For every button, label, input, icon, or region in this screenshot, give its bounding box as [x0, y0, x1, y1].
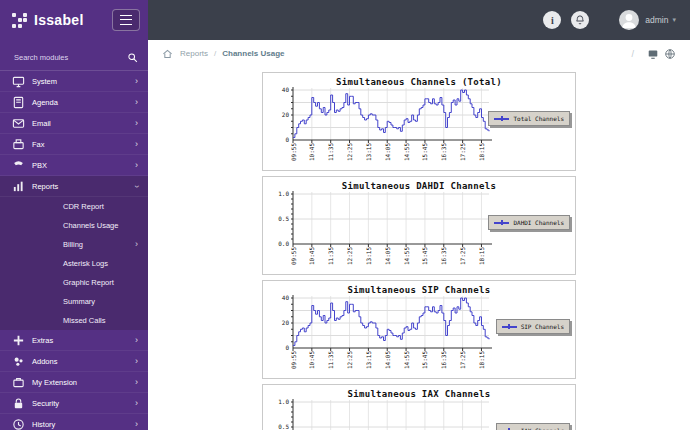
sidebar-item-security[interactable]: Security› [0, 393, 148, 414]
desktop-icon [11, 75, 25, 88]
notifications-button[interactable] [571, 11, 589, 29]
sidebar-subitem-billing[interactable]: Billing› [0, 235, 148, 254]
chart-simultaneous-sip-channels: Simultaneous SIP Channels0204009:5510:45… [262, 280, 576, 379]
avatar [619, 10, 639, 30]
legend-line-swatch [502, 326, 517, 328]
legend-label: Total Channels [513, 115, 564, 122]
info-button[interactable]: i [543, 11, 561, 29]
phone-icon [11, 159, 25, 172]
chevron-right-icon: › [135, 378, 138, 387]
menu-group-my-extension: My Extension› [0, 372, 148, 393]
issabel-logo-icon [12, 13, 27, 28]
sidebar: Issabel System›Agenda›Email›Fax›PBX›Repo… [0, 0, 148, 430]
sidebar-item-reports[interactable]: Reports› [0, 176, 148, 197]
sidebar-logo-row: Issabel [0, 0, 148, 40]
svg-text:11:35: 11:35 [327, 351, 334, 369]
breadcrumb: Reports/Channels Usage / [148, 40, 690, 67]
chart-legend: DAHDI Channels [488, 215, 570, 230]
svg-text:15:45: 15:45 [421, 247, 428, 265]
menu-group-agenda: Agenda› [0, 92, 148, 113]
globe-icon[interactable] [664, 48, 676, 60]
user-menu[interactable]: admin ▾ [619, 10, 676, 30]
sidebar-subitem-channels-usage[interactable]: Channels Usage [0, 216, 148, 235]
svg-text:10:45: 10:45 [308, 247, 315, 265]
menu-group-email: Email› [0, 113, 148, 134]
app-logo-text: Issabel [34, 12, 84, 28]
svg-text:17:25: 17:25 [459, 247, 466, 265]
bell-icon [574, 14, 586, 26]
chart-simultaneous-dahdi-channels: Simultaneous DAHDI Channels0.00.51.009:5… [262, 176, 576, 275]
breadcrumb-item-reports[interactable]: Reports [180, 49, 208, 58]
search-input[interactable] [12, 52, 127, 63]
svg-text:20: 20 [282, 111, 290, 118]
username-label: admin [645, 15, 668, 25]
sidebar-item-addons[interactable]: Addons› [0, 351, 148, 372]
search-icon[interactable] [127, 52, 138, 63]
sidebar-subitem-asterisk-logs[interactable]: Asterisk Logs [0, 254, 148, 273]
sidebar-subitem-graphic-report[interactable]: Graphic Report [0, 273, 148, 292]
sidebar-item-agenda[interactable]: Agenda› [0, 92, 148, 113]
chart-title: Simultaneous IAX Channels [263, 389, 575, 399]
svg-text:13:15: 13:15 [365, 351, 372, 369]
chart-simultaneous-channels-total: Simultaneous Channels (Total)0204009:551… [262, 72, 576, 171]
sidebar-subitem-summary[interactable]: Summary [0, 292, 148, 311]
svg-text:17:25: 17:25 [459, 143, 466, 161]
breadcrumb-right-tools: / [631, 48, 676, 60]
module-search-row [0, 45, 148, 71]
svg-text:0: 0 [285, 344, 289, 351]
svg-text:12:25: 12:25 [346, 143, 353, 161]
menu-group-security: Security› [0, 393, 148, 414]
chevron-right-icon: › [135, 336, 138, 345]
chevron-right-icon: › [135, 119, 138, 128]
svg-text:0.0: 0.0 [278, 240, 289, 247]
lock-icon [11, 397, 25, 410]
sidebar-subitem-label: Channels Usage [63, 221, 118, 230]
svg-text:14:55: 14:55 [403, 143, 410, 161]
svg-text:10:45: 10:45 [308, 143, 315, 161]
sidebar-item-history[interactable]: History› [0, 414, 148, 430]
chevron-right-icon: › [135, 357, 138, 366]
svg-text:10:45: 10:45 [308, 351, 315, 369]
display-icon[interactable] [647, 48, 659, 60]
svg-text:0: 0 [285, 136, 289, 143]
app-window: Issabel System›Agenda›Email›Fax›PBX›Repo… [0, 0, 690, 430]
chart-title: Simultaneous DAHDI Channels [263, 181, 575, 191]
sidebar-item-extras[interactable]: Extras› [0, 330, 148, 351]
legend-line-swatch [494, 222, 509, 224]
chevron-right-icon: › [135, 240, 138, 249]
svg-text:09:55: 09:55 [290, 143, 297, 161]
menu-group-reports: Reports›CDR ReportChannels UsageBilling›… [0, 176, 148, 330]
svg-text:11:35: 11:35 [327, 143, 334, 161]
svg-text:15:45: 15:45 [421, 351, 428, 369]
menu-group-system: System› [0, 71, 148, 92]
sidebar-subitem-label: Asterisk Logs [63, 259, 108, 268]
svg-text:09:55: 09:55 [290, 351, 297, 369]
chevron-right-icon: › [135, 420, 138, 429]
breadcrumb-right-slash: / [631, 49, 634, 59]
menu-group-addons: Addons› [0, 351, 148, 372]
svg-text:14:05: 14:05 [384, 143, 391, 161]
sidebar-item-label: Extras [32, 336, 53, 345]
chevron-right-icon: › [135, 399, 138, 408]
fax-icon [11, 138, 25, 151]
sidebar-item-label: Reports [32, 182, 58, 191]
svg-text:16:35: 16:35 [440, 351, 447, 369]
sidebar-item-my-extension[interactable]: My Extension› [0, 372, 148, 393]
sidebar-toggle-button[interactable] [112, 9, 140, 31]
home-icon[interactable] [162, 48, 173, 59]
chart-legend: SIP Channels [496, 319, 570, 334]
sidebar-item-system[interactable]: System› [0, 71, 148, 92]
svg-text:0.5: 0.5 [278, 423, 289, 430]
chevron-right-icon: › [135, 77, 138, 86]
sidebar-subitem-missed-calls[interactable]: Missed Calls [0, 311, 148, 330]
menu-group-history: History› [0, 414, 148, 430]
chevron-right-icon: › [135, 140, 138, 149]
sidebar-item-pbx[interactable]: PBX› [0, 155, 148, 176]
sidebar-item-email[interactable]: Email› [0, 113, 148, 134]
sidebar-subitem-cdr-report[interactable]: CDR Report [0, 197, 148, 216]
sidebar-item-fax[interactable]: Fax› [0, 134, 148, 155]
svg-text:18:15: 18:15 [478, 143, 485, 161]
svg-text:14:05: 14:05 [384, 247, 391, 265]
svg-text:09:55: 09:55 [290, 247, 297, 265]
chevron-right-icon: › [135, 98, 138, 107]
